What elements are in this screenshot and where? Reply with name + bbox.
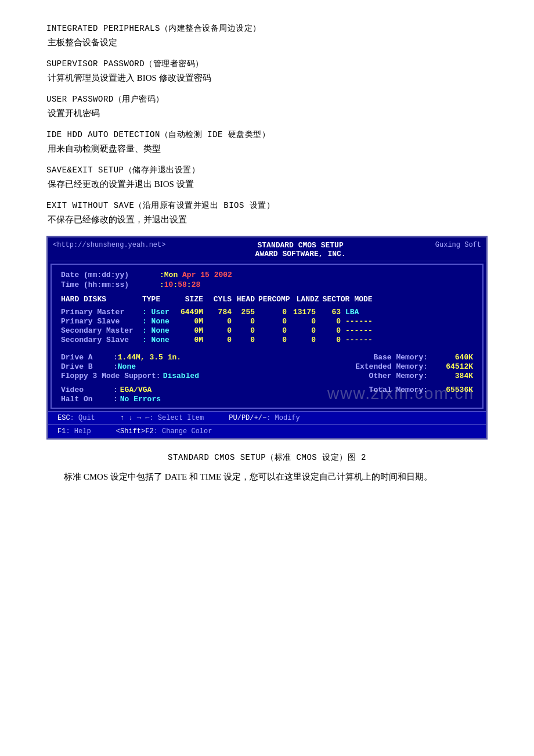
disk-row-primary-master: Primary Master : User 6449M 784 255 0 13…	[61, 308, 473, 316]
col-landz: LANDZ	[294, 295, 323, 304]
sections-container: INTEGRATED PERIPHERALS（内建整合设备周边设定） 主板整合设…	[46, 23, 488, 225]
bios-caption: STANDARD CMOS SETUP（标准 CMOS 设定）图 2	[46, 452, 488, 463]
bios-total-mem: Total Memory: 65536K	[322, 386, 473, 394]
bios-drive-a: Drive A : 1.44M, 3.5 in.	[61, 353, 322, 362]
bios-lower-section: Drive A : 1.44M, 3.5 in. Drive B : None …	[61, 353, 473, 404]
section-user-password: USER PASSWORD（用户密码） 设置开机密码	[46, 94, 488, 119]
bios-body: Date (mm:dd:yy) : Mon Apr 15 2002 Time (…	[50, 264, 484, 409]
bios-other-mem: Other Memory: 384K	[322, 372, 473, 380]
section-integrated-title: INTEGRATED PERIPHERALS（内建整合设备周边设定）	[46, 23, 488, 34]
col-head: HEAD	[235, 295, 258, 304]
bios-time-colon-sep: :	[160, 280, 164, 289]
section-user-password-title: USER PASSWORD（用户密码）	[46, 94, 488, 105]
section-ide-hdd: IDE HDD AUTO DETECTION（自动检测 IDE 硬盘类型） 用来…	[46, 129, 488, 154]
section-integrated-desc: 主板整合设备设定	[48, 37, 488, 48]
bios-time-s: 28	[192, 280, 201, 289]
bios-header-url: <http://shunsheng.yeah.net>	[53, 241, 165, 249]
section-save-exit: SAVE&EXIT SETUP（储存并退出设置） 保存已经更改的设置并退出 BI…	[46, 165, 488, 190]
bios-time-label: Time (hh:mm:ss)	[61, 280, 160, 289]
bios-date-label: Date (mm:dd:yy)	[61, 271, 160, 279]
bios-ext-mem: Extended Memory: 64512K	[322, 362, 473, 371]
bios-time-h: 10	[164, 280, 174, 289]
bios-time-m: 58	[178, 280, 187, 289]
bios-date-day: Mon	[164, 271, 178, 279]
disk-row-secondary-slave: Secondary Slave : None 0M 0 0 0 0 0 ----…	[61, 336, 473, 344]
bios-footer-esc: ESC: Quit ↑ ↓ → ←: Select Item PU/PD/+/−…	[57, 414, 300, 422]
bios-halt: Halt On : No Errors	[61, 395, 322, 404]
bios-date-colon: :	[160, 271, 164, 279]
section-supervisor-desc: 计算机管理员设置进入 BIOS 修改设置密码	[48, 73, 488, 84]
bios-header-brand: Guxing Soft	[435, 241, 481, 249]
col-sector: SECTOR	[323, 295, 355, 304]
section-supervisor-title: SUPERVISOR PASSWORD（管理者密码）	[46, 59, 488, 69]
col-mode: MODE	[354, 295, 389, 304]
col-cyls: CYLS	[209, 295, 235, 304]
bios-drive-info: Drive A : 1.44M, 3.5 in. Drive B : None …	[61, 353, 322, 404]
bios-header: <http://shunsheng.yeah.net> STANDARD CMO…	[48, 237, 486, 261]
disk-row-secondary-master: Secondary Master : None 0M 0 0 0 0 0 ---…	[61, 326, 473, 335]
bios-screen: www.zixin.com.cn <http://shunsheng.yeah.…	[46, 236, 488, 440]
bios-header-title: STANDARD CMOS SETUP AWARD SOFTWARE, INC.	[165, 241, 435, 258]
section-exit-nosave-title: EXIT WITHOUT SAVE（沿用原有设置并退出 BIOS 设置）	[46, 200, 488, 211]
bios-drive-b: Drive B : None	[61, 362, 322, 371]
section-exit-nosave-desc: 不保存已经修改的设置，并退出设置	[48, 214, 488, 225]
bios-time-row: Time (hh:mm:ss) : 10 : 58 : 28	[61, 280, 473, 289]
bios-date-row: Date (mm:dd:yy) : Mon Apr 15 2002	[61, 271, 473, 279]
section-exit-nosave: EXIT WITHOUT SAVE（沿用原有设置并退出 BIOS 设置） 不保存…	[46, 200, 488, 225]
section-ide-hdd-title: IDE HDD AUTO DETECTION（自动检测 IDE 硬盘类型）	[46, 129, 488, 140]
bios-footer-f1: F1: Help <Shift>F2: Change Color	[48, 424, 486, 438]
section-supervisor: SUPERVISOR PASSWORD（管理者密码） 计算机管理员设置进入 BI…	[46, 59, 488, 84]
section-save-exit-desc: 保存已经更改的设置并退出 BIOS 设置	[48, 179, 488, 190]
bios-table-header: HARD DISKS TYPE SIZE CYLS HEAD PERCOMP L…	[61, 295, 473, 304]
section-ide-hdd-desc: 用来自动检测硬盘容量、类型	[48, 143, 488, 154]
bios-floppy: Floppy 3 Mode Support : Disabled	[61, 372, 322, 380]
bios-video: Video : EGA/VGA	[61, 386, 322, 394]
bios-date-value: Apr 15 2002	[182, 271, 232, 279]
col-size: SIZE	[177, 295, 209, 304]
bios-base-mem: Base Memory: 640K	[322, 353, 473, 362]
body-text: 标准 CMOS 设定中包括了 DATE 和 TIME 设定，您可以在这里设定自己…	[46, 470, 488, 485]
section-integrated: INTEGRATED PERIPHERALS（内建整合设备周边设定） 主板整合设…	[46, 23, 488, 48]
col-percomp: PERCOMP	[258, 295, 294, 304]
bios-footer: ESC: Quit ↑ ↓ → ←: Select Item PU/PD/+/−…	[48, 411, 486, 424]
col-hard-disks: HARD DISKS	[61, 295, 142, 304]
disk-row-primary-slave: Primary Slave : None 0M 0 0 0 0 0 ------	[61, 317, 473, 326]
section-save-exit-title: SAVE&EXIT SETUP（储存并退出设置）	[46, 165, 488, 175]
col-type: TYPE	[142, 295, 177, 304]
section-user-password-desc: 设置开机密码	[48, 108, 488, 119]
bios-memory-info: Base Memory: 640K Extended Memory: 64512…	[322, 353, 473, 404]
